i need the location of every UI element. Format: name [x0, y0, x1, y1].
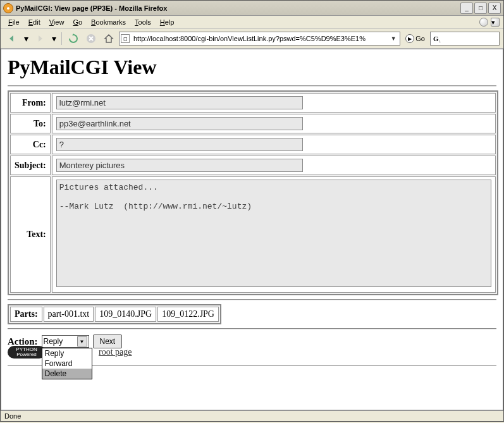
arrow-right-icon: [35, 34, 45, 44]
url-history-dropdown[interactable]: ▼: [388, 35, 398, 42]
home-icon: [104, 34, 114, 44]
back-button[interactable]: [4, 31, 20, 46]
from-label: From:: [10, 93, 51, 113]
action-dropdown: Reply Forward Delete: [42, 348, 92, 379]
go-icon: ▶: [405, 34, 414, 43]
menu-tools[interactable]: Tools: [131, 17, 155, 27]
cc-field[interactable]: [56, 138, 303, 151]
menu-dropdown-icon[interactable]: ▾: [491, 18, 500, 27]
page-icon: ◻: [121, 34, 130, 43]
root-page-link[interactable]: root page: [99, 347, 132, 357]
stop-icon: [86, 34, 96, 44]
cc-label: Cc:: [10, 135, 51, 154]
subject-label: Subject:: [10, 156, 51, 175]
home-button[interactable]: [101, 31, 116, 46]
maximize-button[interactable]: □: [474, 3, 487, 14]
chevron-down-icon: ▼: [77, 336, 87, 346]
parts-label: Parts:: [10, 307, 42, 322]
subject-field[interactable]: [56, 159, 303, 172]
go-button[interactable]: ▶ Go: [403, 33, 427, 44]
search-bar[interactable]: G↓: [430, 32, 500, 46]
divider: [8, 85, 496, 87]
action-option-delete[interactable]: Delete: [42, 369, 92, 379]
titlebar: ● PyMailCGI: View page (PP3E) - Mozilla …: [1, 1, 503, 16]
part-link[interactable]: 109_0122.JPG: [157, 307, 219, 322]
to-label: To:: [10, 114, 51, 133]
status-text: Done: [4, 412, 21, 420]
action-selected-value: Reply: [44, 337, 77, 346]
close-button[interactable]: X: [488, 3, 501, 14]
action-option-forward[interactable]: Forward: [42, 359, 92, 369]
reload-button[interactable]: [66, 31, 81, 46]
svg-text:↓: ↓: [439, 39, 441, 43]
menubar: File Edit View Go Bookmarks Tools Help ▾: [1, 16, 503, 29]
svg-text:G: G: [433, 35, 439, 42]
forward-button[interactable]: [32, 31, 47, 46]
python-powered-badge: PYTHON Powered: [8, 346, 46, 359]
parts-table: Parts: part-001.txt 109_0140.JPG 109_012…: [8, 304, 221, 324]
mail-headers-table: From: To: Cc: Subject: Text:: [8, 90, 498, 295]
action-option-reply[interactable]: Reply: [42, 348, 92, 359]
stop-button[interactable]: [83, 31, 99, 46]
part-link[interactable]: 109_0140.JPG: [95, 307, 156, 322]
forward-history-button[interactable]: ▾: [50, 31, 58, 46]
go-label: Go: [415, 35, 425, 42]
divider: [8, 299, 496, 300]
from-field[interactable]: [56, 96, 303, 109]
reload-icon: [68, 34, 78, 44]
search-engine-icon: G↓: [433, 34, 442, 43]
menu-bookmarks[interactable]: Bookmarks: [87, 17, 130, 27]
menu-go[interactable]: Go: [69, 17, 86, 27]
page-title: PyMailCGI View: [8, 56, 496, 79]
navigation-toolbar: ▾ ▾ ◻ ▼ ▶ Go G↓: [1, 29, 503, 49]
throbber-icon: [479, 18, 488, 27]
part-link[interactable]: part-001.txt: [44, 307, 94, 322]
menu-file[interactable]: File: [4, 17, 23, 27]
status-bar: Done: [1, 410, 503, 421]
divider: [8, 328, 496, 329]
url-input[interactable]: [132, 34, 388, 43]
body-textarea[interactable]: [56, 180, 491, 287]
text-label: Text:: [10, 176, 51, 293]
menu-view[interactable]: View: [46, 17, 68, 27]
back-history-button[interactable]: ▾: [22, 31, 30, 46]
action-label: Action:: [8, 336, 38, 347]
window-title: PyMailCGI: View page (PP3E) - Mozilla Fi…: [16, 4, 460, 12]
minimize-button[interactable]: _: [460, 3, 473, 14]
to-field[interactable]: [56, 117, 303, 130]
page-content: PyMailCGI View From: To: Cc: Subject: Te…: [1, 49, 503, 410]
url-bar[interactable]: ◻ ▼: [119, 32, 400, 46]
arrow-left-icon: [7, 34, 17, 44]
firefox-icon: ●: [3, 3, 13, 13]
menu-edit[interactable]: Edit: [25, 17, 44, 27]
menu-help[interactable]: Help: [156, 17, 178, 27]
